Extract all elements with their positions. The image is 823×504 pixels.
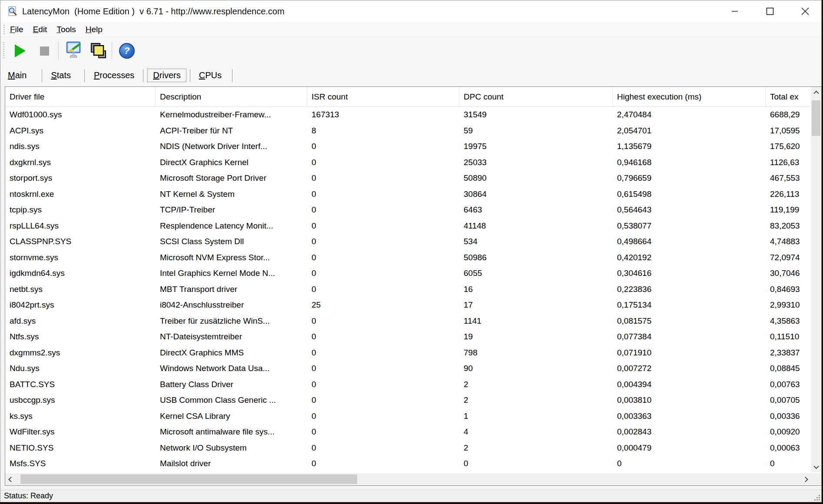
horizontal-scrollbar[interactable] <box>5 473 811 485</box>
table-row[interactable]: tcpip.sysTCP/IP-Treiber064630,564643119,… <box>5 202 822 218</box>
horizontal-scrollbar-thumb[interactable] <box>20 474 357 484</box>
table-row[interactable]: dxgmms2.sysDirectX Graphics MMS07980,071… <box>5 345 822 361</box>
menu-edit[interactable]: Edit <box>29 25 52 34</box>
cell-driver_file: dxgmms2.sys <box>5 345 156 361</box>
maximize-button[interactable] <box>757 0 783 22</box>
table-row[interactable]: ks.sysKernel CSA Library010,0033630,0033… <box>5 408 822 424</box>
close-icon <box>801 7 809 15</box>
table-row[interactable]: ntoskrnl.exeNT Kernel & System0308640,61… <box>5 186 822 202</box>
app-icon <box>7 6 18 17</box>
table-row[interactable]: stornvme.sysMicrosoft NVM Express Stor..… <box>5 250 822 266</box>
play-icon <box>15 44 26 57</box>
cell-dpc_count: 41148 <box>459 218 613 234</box>
scroll-down-button[interactable] <box>811 461 821 472</box>
show-windows-button[interactable] <box>90 41 108 60</box>
toolbar-separator <box>58 42 59 60</box>
start-monitor-button[interactable] <box>15 44 26 57</box>
table-row[interactable]: i8042prt.sysi8042-Anschlusstreiber25170,… <box>5 297 822 313</box>
cell-driver_file: igdkmdn64.sys <box>5 265 156 282</box>
cell-dpc_count: 1 <box>459 408 613 424</box>
cell-isr_count: 0 <box>307 186 459 202</box>
chevron-left-icon <box>8 477 14 482</box>
cell-highest_execution_ms: 0 <box>613 456 766 472</box>
cell-isr_count: 0 <box>307 345 459 361</box>
column-header-isr-count[interactable]: ISR count <box>307 87 459 106</box>
scroll-right-button[interactable] <box>800 473 811 485</box>
tab-bar: Main Stats Processes Drivers CPUs <box>0 65 821 86</box>
cell-isr_count: 0 <box>307 377 459 393</box>
minimize-button[interactable] <box>721 0 748 22</box>
table-row[interactable]: Wdf01000.sysKernelmodustreiber-Framew...… <box>5 107 822 123</box>
table-row[interactable]: storport.sysMicrosoft Storage Port Drive… <box>5 170 822 186</box>
tab-stats[interactable]: Stats <box>51 70 71 80</box>
cell-dpc_count: 30864 <box>459 186 613 202</box>
cell-highest_execution_ms: 0,564643 <box>613 202 766 218</box>
cell-highest_execution_ms: 0,946168 <box>613 155 766 171</box>
cell-isr_count: 0 <box>307 313 459 329</box>
scroll-left-button[interactable] <box>5 473 17 485</box>
scroll-up-button[interactable] <box>811 87 821 98</box>
table-body: Wdf01000.sysKernelmodustreiber-Framew...… <box>5 107 822 472</box>
column-header-description[interactable]: Description <box>156 87 307 106</box>
table-row[interactable]: CLASSPNP.SYSSCSI Class System Dll05340,4… <box>5 234 822 250</box>
cell-highest_execution_ms: 0,007272 <box>613 361 766 377</box>
table-row[interactable]: usbccgp.sysUSB Common Class Generic ...0… <box>5 392 822 408</box>
tab-processes[interactable]: Processes <box>94 70 134 80</box>
table-row[interactable]: Msfs.SYSMailslot driver0000 <box>5 456 822 472</box>
cell-dpc_count: 31549 <box>459 107 613 123</box>
cell-dpc_count: 534 <box>459 234 613 250</box>
cell-driver_file: storport.sys <box>5 170 156 186</box>
table-row[interactable]: dxgkrnl.sysDirectX Graphics Kernel025033… <box>5 155 822 171</box>
cell-highest_execution_ms: 0,796659 <box>613 170 766 186</box>
stop-monitor-button[interactable] <box>40 46 49 56</box>
column-header-highest-execution[interactable]: Highest execution (ms) <box>613 87 766 106</box>
cell-driver_file: dxgkrnl.sys <box>5 155 156 171</box>
cell-driver_file: Ndu.sys <box>5 361 156 377</box>
table-row[interactable]: BATTC.SYSBattery Class Driver020,0043940… <box>5 377 822 393</box>
table-row[interactable]: netbt.sysMBT Transport driver0160,223836… <box>5 282 822 298</box>
vertical-scrollbar[interactable] <box>811 87 821 472</box>
tab-cpus[interactable]: CPUs <box>199 70 222 80</box>
close-button[interactable] <box>792 0 819 22</box>
tab-main[interactable]: Main <box>8 70 27 80</box>
cell-driver_file: rspLLL64.sys <box>5 218 156 234</box>
cell-isr_count: 8 <box>307 123 459 139</box>
menu-help[interactable]: Help <box>81 25 107 34</box>
edit-report-options-button[interactable] <box>65 41 84 61</box>
toolbar-gripper[interactable] <box>3 42 4 60</box>
table-row[interactable]: afd.sysTreiber für zusätzliche WinS...01… <box>5 313 822 329</box>
cell-isr_count: 0 <box>307 202 459 218</box>
cell-isr_count: 0 <box>307 170 459 186</box>
cell-description: Kernelmodustreiber-Framew... <box>156 107 307 123</box>
help-button[interactable]: ? <box>119 43 135 59</box>
table-row[interactable]: Ndu.sysWindows Network Data Usa...0900,0… <box>5 361 822 377</box>
column-header-driver-file[interactable]: Driver file <box>5 87 156 106</box>
cell-highest_execution_ms: 0,003810 <box>613 392 766 408</box>
table-row[interactable]: NETIO.SYSNetwork I/O Subsystem020,000479… <box>5 440 822 456</box>
tab-drivers[interactable]: Drivers <box>147 69 186 82</box>
table-row[interactable]: igdkmdn64.sysIntel Graphics Kernel Mode … <box>5 265 822 282</box>
table-row[interactable]: ndis.sysNDIS (Network Driver Interf...01… <box>5 139 822 155</box>
menu-file[interactable]: File <box>6 25 28 34</box>
cell-driver_file: Msfs.SYS <box>5 456 156 472</box>
menu-tools[interactable]: Tools <box>52 25 80 34</box>
cell-dpc_count: 6055 <box>459 265 613 282</box>
vertical-scrollbar-thumb[interactable] <box>812 100 820 136</box>
cell-isr_count: 0 <box>307 155 459 171</box>
menubar-gripper[interactable] <box>3 25 5 34</box>
table-row[interactable]: WdFilter.sysMicrosoft antimalware file s… <box>5 424 822 440</box>
cell-dpc_count: 4 <box>459 424 613 440</box>
cell-driver_file: WdFilter.sys <box>5 424 156 440</box>
table-row[interactable]: ACPI.sysACPI-Treiber für NT8592,05470117… <box>5 123 822 139</box>
resize-grip[interactable] <box>814 494 820 501</box>
cell-dpc_count: 59 <box>459 123 613 139</box>
cell-isr_count: 0 <box>307 282 459 298</box>
title-bar[interactable]: LatencyMon (Home Edition ) v 6.71 - http… <box>0 0 821 22</box>
cell-highest_execution_ms: 0,498664 <box>613 234 766 250</box>
table-row[interactable]: Ntfs.sysNT-Dateisystemtreiber0190,077384… <box>5 329 822 345</box>
cell-driver_file: ntoskrnl.exe <box>5 186 156 202</box>
cell-highest_execution_ms: 0,002843 <box>613 424 766 440</box>
cell-dpc_count: 798 <box>459 345 613 361</box>
column-header-dpc-count[interactable]: DPC count <box>459 87 613 106</box>
table-row[interactable]: rspLLL64.sysResplendence Latency Monit..… <box>5 218 822 234</box>
